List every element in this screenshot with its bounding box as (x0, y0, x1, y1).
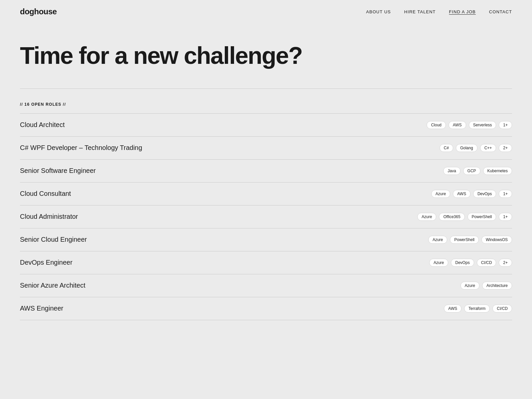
role-tags: AzureOffice365PowerShell1+ (417, 213, 512, 221)
hero-headline: Time for a new challenge? (20, 43, 512, 68)
role-tags: CloudAWSServerless1+ (427, 121, 512, 129)
role-tag: DevOps (451, 259, 474, 267)
role-tag: Azure (429, 259, 448, 267)
roles-section: // 16 OPEN ROLES // Cloud ArchitectCloud… (0, 89, 532, 320)
role-tag: CI/CD (477, 259, 496, 267)
role-tags: AWSTerraformCI/CD (444, 305, 512, 313)
role-tags: AzureArchitecture (461, 282, 512, 290)
roles-count: // 16 OPEN ROLES // (20, 102, 512, 107)
role-tag: 1+ (499, 121, 512, 129)
role-tag: Golang (456, 144, 477, 152)
logo[interactable]: doghouse (20, 7, 57, 16)
role-title: AWS Engineer (20, 305, 120, 312)
role-title: DevOps Engineer (20, 259, 120, 266)
role-tag: Serverless (469, 121, 496, 129)
role-tag: 2+ (499, 259, 512, 267)
role-tag: Azure (428, 236, 447, 244)
role-tag: PowerShell (450, 236, 479, 244)
role-tags: AzureAWSDevOps1+ (431, 190, 512, 198)
nav-item-find-a-job[interactable]: FIND A JOB (449, 9, 475, 14)
role-row[interactable]: Senior Cloud EngineerAzurePowerShellWind… (20, 228, 512, 251)
role-row[interactable]: Cloud AdministratorAzureOffice365PowerSh… (20, 205, 512, 228)
role-tag: Azure (431, 190, 450, 198)
role-row[interactable]: Cloud ArchitectCloudAWSServerless1+ (20, 113, 512, 137)
role-tag: 2+ (499, 144, 512, 152)
hero-section: Time for a new challenge? (0, 23, 532, 88)
role-tag: 1+ (499, 213, 512, 221)
role-tag: Terraform (464, 305, 490, 313)
role-tag: AWS (444, 305, 462, 313)
role-tag: Architecture (482, 282, 512, 290)
role-title: Senior Software Engineer (20, 167, 120, 175)
role-title: Cloud Administrator (20, 213, 120, 220)
role-tag: GCP (463, 167, 480, 175)
role-title: Cloud Architect (20, 121, 120, 129)
role-row[interactable]: DevOps EngineerAzureDevOpsCI/CD2+ (20, 251, 512, 274)
role-tags: AzureDevOpsCI/CD2+ (429, 259, 512, 267)
role-tag: Cloud (427, 121, 446, 129)
role-row[interactable]: Senior Azure ArchitectAzureArchitecture (20, 274, 512, 297)
role-title: Senior Azure Architect (20, 282, 120, 289)
role-tag: 1+ (499, 190, 512, 198)
role-tag: Kubernetes (483, 167, 512, 175)
nav-item-contact[interactable]: CONTACT (489, 9, 512, 14)
role-title: Cloud Consultant (20, 190, 120, 198)
role-tag: Java (443, 167, 460, 175)
role-row[interactable]: C# WPF Developer – Technology TradingC#G… (20, 137, 512, 160)
role-title: Senior Cloud Engineer (20, 236, 120, 243)
role-tag: CI/CD (492, 305, 512, 313)
nav-item-hire-talent[interactable]: HIRE TALENT (404, 9, 436, 14)
roles-list: Cloud ArchitectCloudAWSServerless1+C# WP… (20, 113, 512, 320)
role-tag: PowerShell (467, 213, 496, 221)
role-row[interactable]: Cloud ConsultantAzureAWSDevOps1+ (20, 183, 512, 205)
role-tag: Azure (417, 213, 436, 221)
site-header: doghouse ABOUT USHIRE TALENTFIND A JOBCO… (0, 0, 532, 23)
role-tag: WindowsOS (481, 236, 512, 244)
role-title: C# WPF Developer – Technology Trading (20, 144, 142, 152)
role-row[interactable]: Senior Software EngineerJavaGCPKubernete… (20, 160, 512, 183)
role-tag: AWS (453, 190, 470, 198)
role-tag: DevOps (473, 190, 496, 198)
role-tag: AWS (449, 121, 466, 129)
main-nav: ABOUT USHIRE TALENTFIND A JOBCONTACT (366, 9, 512, 14)
role-tags: C#GolangC++2+ (440, 144, 512, 152)
role-tags: AzurePowerShellWindowsOS (428, 236, 512, 244)
role-tags: JavaGCPKubernetes (443, 167, 512, 175)
role-tag: Azure (461, 282, 479, 290)
role-row[interactable]: AWS EngineerAWSTerraformCI/CD (20, 297, 512, 320)
role-tag: C++ (480, 144, 496, 152)
role-tag: Office365 (439, 213, 465, 221)
nav-item-about-us[interactable]: ABOUT US (366, 9, 391, 14)
role-tag: C# (440, 144, 453, 152)
